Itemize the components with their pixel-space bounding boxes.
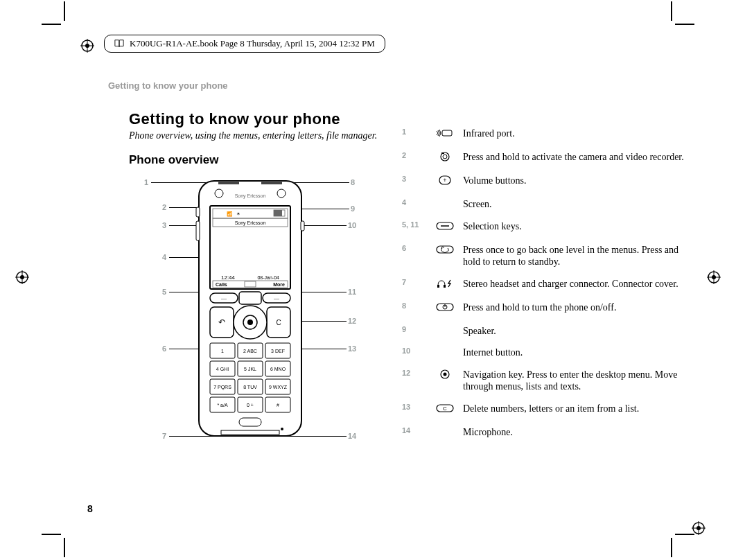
svg-text:―: ― <box>273 295 280 301</box>
back-key-icon <box>430 241 460 275</box>
legend-row: 3 + Volume buttons. <box>399 172 690 195</box>
crop-mark <box>671 1 672 21</box>
callout-line <box>301 225 347 226</box>
callout-10: 10 <box>348 221 356 229</box>
crop-mark <box>671 538 672 557</box>
svg-text:―: ― <box>220 295 227 301</box>
svg-text:#: # <box>277 403 279 408</box>
legend-row: 2 Press and hold to activate the camera … <box>399 148 690 172</box>
svg-text:7 PQRS: 7 PQRS <box>213 385 231 390</box>
legend-text: Infrared port. <box>460 125 690 148</box>
navigation-key-icon <box>430 366 460 400</box>
c-key-icon: C <box>430 400 460 423</box>
registration-mark-icon <box>80 39 94 53</box>
svg-point-41 <box>247 320 253 325</box>
svg-text:3 DEF: 3 DEF <box>271 349 285 353</box>
crop-mark <box>42 534 61 535</box>
infrared-icon <box>430 125 460 148</box>
callout-4: 4 <box>162 253 166 261</box>
callout-7: 7 <box>162 432 166 440</box>
crop-mark <box>64 538 65 557</box>
legend-row: 14 Microphone. <box>399 423 690 446</box>
legend-row: 7 Stereo headset and charger connector. … <box>399 275 690 299</box>
svg-rect-18 <box>261 181 282 184</box>
svg-text:4 GHI: 4 GHI <box>216 367 229 371</box>
svg-point-87 <box>444 372 447 376</box>
svg-rect-82 <box>444 285 446 288</box>
callout-6: 6 <box>162 344 166 353</box>
svg-point-74 <box>443 155 447 159</box>
registration-mark-icon <box>707 270 721 284</box>
svg-text:6 MNO: 6 MNO <box>270 367 286 371</box>
svg-rect-26 <box>274 210 282 216</box>
legend-row: 8 Press and hold to turn the phone on/of… <box>399 299 690 322</box>
book-info-box: K700UG-R1A-AE.book Page 8 Thursday, Apri… <box>104 35 385 53</box>
phone-diagram: 1 2 3 4 5 6 7 8 9 10 11 12 <box>129 170 385 461</box>
screen-time: 12:44 <box>221 274 236 281</box>
callout-11: 11 <box>348 288 356 296</box>
svg-rect-34 <box>239 292 261 304</box>
callout-13: 13 <box>348 344 356 353</box>
camera-icon <box>430 148 460 172</box>
page-content: Getting to know your phone Phone overvie… <box>108 111 693 525</box>
crop-mark <box>675 534 694 535</box>
svg-rect-70 <box>196 221 200 240</box>
left-column: Getting to know your phone Phone overvie… <box>129 111 385 461</box>
svg-text:* a/A: * a/A <box>217 403 228 408</box>
svg-text:5 JKL: 5 JKL <box>244 367 256 371</box>
crop-mark <box>42 24 61 25</box>
svg-rect-75 <box>441 152 444 154</box>
callout-9: 9 <box>351 204 355 213</box>
callout-2: 2 <box>162 203 166 211</box>
svg-text:↶: ↶ <box>218 317 225 327</box>
svg-text:0 +: 0 + <box>247 403 254 408</box>
selection-key-icon <box>430 218 460 241</box>
svg-text:C: C <box>276 319 281 326</box>
svg-text:2 ABC: 2 ABC <box>243 349 257 353</box>
legend-row: 13 C Delete numbers, letters or an item … <box>399 400 690 423</box>
page-title: Getting to know your phone <box>129 111 385 127</box>
legend-column: 1 Infrared port. 2 Press and hold to act… <box>399 125 690 445</box>
svg-text:9 WXYZ: 9 WXYZ <box>269 385 288 390</box>
callout-8: 8 <box>351 178 355 186</box>
svg-rect-72 <box>442 130 452 136</box>
screen-date: 08-Jan-04 <box>257 275 279 280</box>
book-icon <box>114 39 124 49</box>
svg-rect-80 <box>437 246 453 253</box>
headset-charger-icon <box>430 275 460 299</box>
svg-rect-66 <box>239 418 261 426</box>
legend-row: 6 Press once to go back one level in the… <box>399 241 690 275</box>
legend-table: 1 Infrared port. 2 Press and hold to act… <box>399 125 690 445</box>
svg-rect-81 <box>437 285 439 288</box>
svg-rect-69 <box>196 207 200 217</box>
section-heading: Phone overview <box>129 153 385 167</box>
legend-row: 1 Infrared port. <box>399 125 690 148</box>
callout-1: 1 <box>144 178 148 186</box>
page-number: 8 <box>87 503 93 514</box>
legend-row: 9 Speaker. <box>399 322 690 344</box>
screen-top-text: Sony Ericsson <box>235 220 266 226</box>
svg-text:1: 1 <box>221 349 224 353</box>
callout-14: 14 <box>348 432 356 440</box>
svg-text:✶: ✶ <box>236 211 240 216</box>
registration-mark-icon <box>15 270 29 284</box>
callout-line <box>301 209 349 209</box>
legend-row: 4 Screen. <box>399 195 690 218</box>
svg-rect-17 <box>218 181 239 184</box>
page-subtitle: Phone overview, using the menus, enterin… <box>129 130 385 142</box>
crop-mark <box>675 24 694 25</box>
legend-row: 10 Internet button. <box>399 344 690 366</box>
phone-illustration: Sony Ericsson 📶 ✶ Sony Ericsson 12:44 08… <box>195 177 306 440</box>
crop-mark <box>64 1 65 21</box>
callout-3: 3 <box>162 221 166 229</box>
legend-row: 12 Navigation key. Press to enter the de… <box>399 366 690 400</box>
svg-text:8 TUV: 8 TUV <box>243 385 257 390</box>
phone-brand: Sony Ericsson <box>235 193 266 199</box>
legend-row: 5, 11 Selection keys. <box>399 218 690 241</box>
screen-softkey-left: Calls <box>216 282 227 287</box>
svg-text:C: C <box>443 405 447 412</box>
svg-rect-71 <box>301 221 304 231</box>
callout-5: 5 <box>162 288 166 296</box>
screen-softkey-right: More <box>273 282 285 287</box>
volume-button-icon: + <box>430 172 460 195</box>
